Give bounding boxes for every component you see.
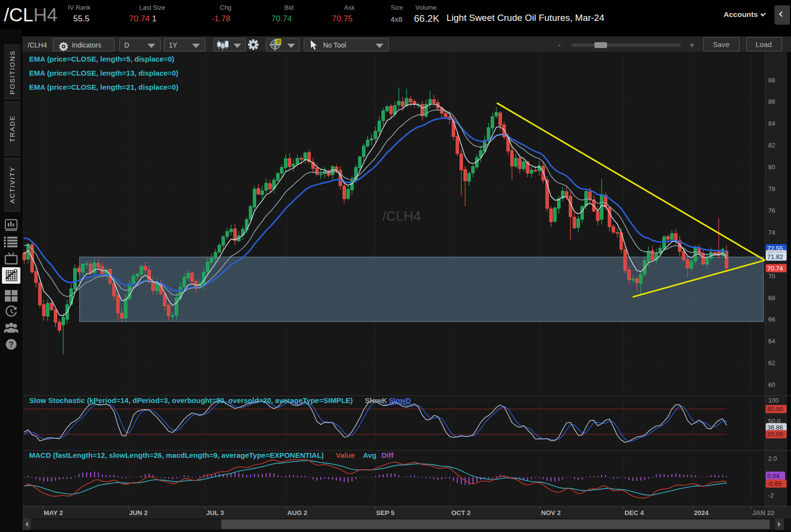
svg-text:68: 68	[768, 294, 775, 302]
svg-text:82: 82	[768, 142, 775, 149]
svg-text:84: 84	[768, 120, 775, 127]
svg-text:SlowD: SlowD	[389, 396, 411, 404]
svg-text:64: 64	[768, 338, 775, 345]
svg-text:Slow Stochastic (kPeriod=14, d: Slow Stochastic (kPeriod=14, dPeriod=3, …	[29, 396, 353, 404]
svg-text:SEP 5: SEP 5	[376, 509, 395, 516]
svg-text:0.04: 0.04	[767, 472, 779, 480]
svg-text:SlowK: SlowK	[365, 396, 387, 404]
svg-text:Value: Value	[336, 451, 355, 459]
svg-text:OCT 2: OCT 2	[451, 509, 471, 516]
svg-text:100: 100	[768, 397, 779, 404]
svg-text:EMA (price=CLOSE, length=13, d: EMA (price=CLOSE, length=13, displace=0)	[29, 69, 178, 77]
svg-text:-0.65: -0.65	[767, 480, 782, 487]
svg-text:EMA (price=CLOSE, length=5, di: EMA (price=CLOSE, length=5, displace=0)	[29, 55, 174, 63]
svg-text:2.0: 2.0	[768, 455, 777, 462]
svg-text:JUL 3: JUL 3	[206, 509, 224, 516]
svg-text:Avg: Avg	[363, 451, 377, 459]
svg-text:2024: 2024	[694, 509, 709, 516]
svg-text:88: 88	[768, 77, 775, 84]
svg-text:80.00: 80.00	[767, 405, 783, 413]
svg-text:62: 62	[768, 359, 775, 367]
svg-text:70: 70	[768, 273, 775, 280]
svg-text:/CLH4: /CLH4	[382, 209, 421, 224]
svg-text:70.74: 70.74	[767, 265, 783, 272]
svg-text:JAN 22: JAN 22	[752, 509, 775, 516]
svg-text:76: 76	[768, 207, 775, 214]
svg-text:80: 80	[768, 163, 775, 171]
svg-text:DEC 4: DEC 4	[625, 509, 644, 516]
svg-text:JUN 2: JUN 2	[129, 509, 148, 516]
svg-text:MAY 2: MAY 2	[44, 509, 63, 516]
svg-text:AUG 2: AUG 2	[287, 509, 307, 516]
svg-text:78: 78	[768, 185, 775, 193]
svg-text:Diff: Diff	[381, 451, 394, 459]
svg-text:NOV 2: NOV 2	[541, 509, 561, 516]
svg-text:74: 74	[768, 229, 775, 236]
svg-text:66: 66	[768, 316, 775, 323]
svg-text:EMA (price=CLOSE, length=21, d: EMA (price=CLOSE, length=21, displace=0)	[29, 83, 178, 91]
svg-text:60: 60	[768, 381, 775, 388]
svg-text:20.00: 20.00	[767, 431, 783, 438]
svg-text:?: ?	[9, 340, 14, 349]
svg-text:MACD (fastLength=12, slowLengt: MACD (fastLength=12, slowLength=26, macd…	[29, 451, 324, 459]
svg-text:36.86: 36.86	[767, 424, 783, 431]
svg-text:71.82: 71.82	[767, 253, 783, 260]
svg-text:-2: -2	[768, 492, 774, 499]
svg-text:86: 86	[768, 98, 775, 105]
